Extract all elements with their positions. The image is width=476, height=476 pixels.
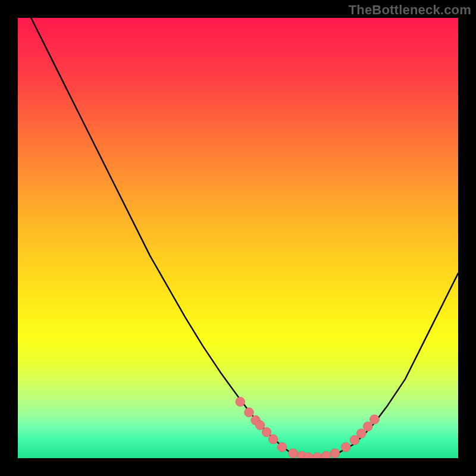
data-point (289, 449, 298, 458)
data-point (245, 408, 254, 417)
data-point (262, 428, 271, 437)
data-point (236, 397, 245, 406)
data-point (364, 422, 373, 431)
chart-frame: TheBottleneck.com (0, 0, 476, 476)
data-point (268, 434, 278, 444)
sample-points (236, 397, 379, 458)
data-point (370, 415, 380, 424)
data-point (342, 443, 351, 452)
data-point (321, 452, 331, 459)
watermark-text: TheBottleneck.com (349, 2, 471, 18)
data-point (356, 429, 366, 439)
data-point (255, 421, 265, 430)
plot-area (18, 18, 458, 458)
data-point (277, 443, 287, 452)
data-point (330, 449, 340, 458)
dots-layer (18, 18, 458, 458)
data-point (312, 453, 322, 458)
